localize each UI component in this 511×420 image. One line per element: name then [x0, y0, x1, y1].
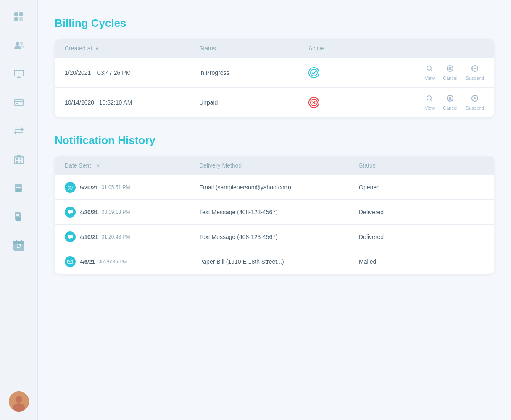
svg-rect-9 [14, 100, 24, 105]
svg-rect-11 [16, 103, 18, 104]
mail-icon [65, 256, 76, 267]
cancel-button-2[interactable]: Cancel [443, 94, 457, 110]
svg-rect-6 [14, 70, 24, 76]
sms-icon-1 [65, 207, 76, 218]
svg-point-36 [13, 403, 25, 412]
notif-row-2-date: 4/20/21 03:19:13 PM [65, 207, 199, 218]
notif-row-4-date: 4/6/21 05:26:35 PM [65, 256, 199, 267]
billing-row-1-active [308, 67, 367, 78]
notif-row-2-datetime: 4/20/21 03:19:13 PM [80, 209, 130, 215]
svg-point-4 [16, 42, 19, 45]
search-icon [426, 65, 433, 74]
notif-row-2-delivery: Text Message (408-123-4567) [199, 209, 359, 215]
view-button-2[interactable]: View [425, 94, 435, 110]
notif-row-4-delivery: Paper Bill (1910 E 18th Street...) [199, 258, 359, 265]
svg-point-35 [16, 396, 22, 403]
billing-col-active: Active [308, 45, 367, 52]
notif-row-3-date: 4/10/21 01:20:43 PM [65, 231, 199, 242]
active-check-icon [308, 67, 319, 78]
billing-row-2-actions: View Cancel [367, 94, 484, 110]
billing-row-1-date: 1/20/2021 03:47:26 PM [65, 69, 199, 76]
suspend-icon-2 [471, 94, 479, 104]
svg-rect-14 [15, 156, 23, 164]
billing-row-1-actions: View Cancel [367, 65, 484, 81]
svg-point-52 [427, 96, 431, 100]
svg-rect-16 [20, 158, 21, 160]
billing-table: Created at ∨ Status Active 1/20/2021 03:… [55, 39, 494, 117]
billing-row-2: 10/14/2020 10:32:10 AM Unpaid [55, 88, 494, 117]
notif-row-3-status: Delivered [359, 234, 484, 240]
transfer-icon[interactable] [11, 123, 27, 139]
svg-point-38 [427, 66, 431, 70]
email-icon: @ [65, 182, 76, 193]
svg-text:17: 17 [16, 244, 21, 249]
cancel-icon-2 [446, 94, 454, 104]
svg-rect-20 [17, 155, 21, 156]
svg-rect-22 [16, 189, 21, 192]
sms-icon-2 [65, 231, 76, 242]
notif-row-2: 4/20/21 03:19:13 PM Text Message (408-12… [55, 200, 494, 225]
billing-icon[interactable] [11, 94, 27, 111]
cancel-icon [446, 65, 454, 74]
svg-point-58 [474, 97, 476, 99]
svg-line-39 [431, 70, 432, 71]
svg-rect-3 [19, 17, 23, 21]
svg-line-53 [431, 100, 432, 101]
notif-row-4-status: Mailed [359, 258, 484, 265]
suspend-button-1[interactable]: Suspend [466, 65, 484, 81]
users-icon[interactable] [11, 37, 27, 54]
view-button-1[interactable]: View [425, 65, 435, 81]
billing-col-status: Status [199, 45, 308, 52]
billing-row-2-active [308, 97, 367, 108]
report-icon[interactable] [11, 208, 27, 225]
svg-point-44 [474, 68, 476, 69]
svg-rect-15 [16, 158, 18, 160]
notif-row-3-delivery: Text Message (408-123-4567) [199, 234, 359, 240]
svg-rect-26 [16, 217, 21, 221]
billing-title: Billing Cycles [55, 17, 494, 30]
billing-col-created-at[interactable]: Created at ∨ [65, 45, 199, 52]
billing-row-1-status: In Progress [199, 69, 308, 76]
notif-row-1-delivery: Email (sampleperson@yahoo.com) [199, 184, 359, 191]
suspend-icon [471, 65, 479, 74]
search-icon-2 [426, 94, 433, 104]
notification-title: Notification History [55, 134, 494, 147]
svg-rect-18 [20, 161, 21, 163]
active-cross-icon [308, 97, 319, 108]
notif-col-date-sent[interactable]: Date Sent ∨ [65, 162, 199, 169]
grid-icon[interactable] [11, 8, 27, 25]
sidebar: 17 [0, 0, 38, 420]
notif-row-1-status: Opened [359, 184, 484, 191]
svg-point-37 [311, 69, 317, 76]
svg-point-5 [20, 42, 23, 45]
monitor-icon[interactable] [11, 66, 27, 82]
calendar-icon[interactable]: 17 [11, 237, 27, 254]
notif-col-status: Status [359, 162, 484, 169]
notif-row-3-datetime: 4/10/21 01:20:43 PM [80, 234, 130, 240]
main-content: Billing Cycles Created at ∨ Status Activ… [38, 0, 511, 420]
sort-icon-2: ∨ [97, 163, 100, 168]
note-icon[interactable] [11, 180, 27, 197]
notif-row-2-status: Delivered [359, 209, 484, 215]
billing-row-2-date: 10/14/2020 10:32:10 AM [65, 99, 199, 106]
notif-col-delivery: Delivery Method [199, 162, 359, 169]
user-avatar[interactable] [9, 391, 29, 412]
notification-table: Date Sent ∨ Delivery Method Status @ 5/2… [55, 156, 494, 274]
notif-row-3: 4/10/21 01:20:43 PM Text Message (408-12… [55, 225, 494, 249]
svg-rect-0 [14, 12, 18, 16]
suspend-button-2[interactable]: Suspend [466, 94, 484, 110]
cancel-button-1[interactable]: Cancel [443, 65, 457, 81]
billing-table-header: Created at ∨ Status Active [55, 39, 494, 58]
notif-row-4: 4/6/21 05:26:35 PM Paper Bill (1910 E 18… [55, 249, 494, 274]
billing-row-1: 1/20/2021 03:47:26 PM In Progress [55, 58, 494, 88]
notif-row-1-datetime: 5/20/21 01:05:51 PM [80, 184, 130, 191]
notif-row-1: @ 5/20/21 01:05:51 PM Email (sampleperso… [55, 175, 494, 200]
billing-row-2-status: Unpaid [199, 99, 308, 106]
building-icon[interactable] [11, 151, 27, 168]
notif-row-1-date: @ 5/20/21 01:05:51 PM [65, 182, 199, 193]
svg-rect-2 [14, 17, 18, 21]
svg-rect-17 [16, 161, 18, 163]
svg-rect-1 [19, 12, 23, 16]
sort-icon: ∨ [95, 46, 99, 51]
notif-row-4-datetime: 4/6/21 05:26:35 PM [80, 259, 127, 265]
